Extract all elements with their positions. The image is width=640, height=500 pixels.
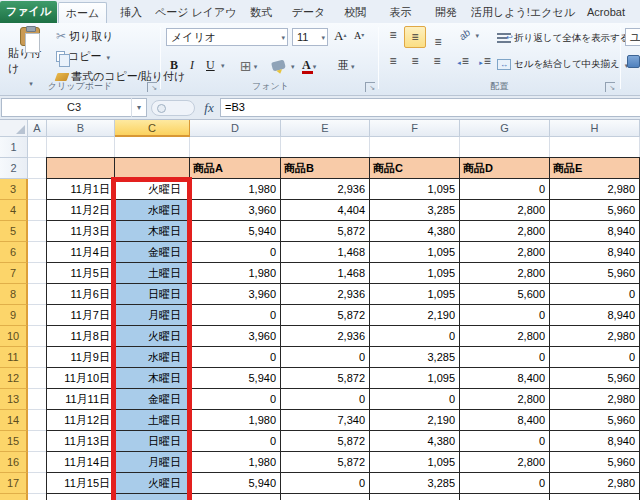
cell-G9[interactable]: 0	[460, 305, 550, 326]
cell-B3[interactable]: 11月1日	[47, 179, 115, 200]
cell-G17[interactable]: 0	[460, 473, 550, 494]
row-header-6[interactable]: 6	[0, 242, 28, 263]
cell-D2[interactable]: 商品A	[190, 158, 281, 179]
name-box-dropdown-arrow[interactable]: ▾	[131, 98, 146, 117]
currency-format-icon[interactable]	[627, 55, 640, 68]
tab-home-active[interactable]: ホーム	[58, 2, 107, 23]
cell-D10[interactable]: 3,960	[190, 326, 281, 347]
cell-H10[interactable]: 2,980	[550, 326, 640, 347]
col-header-B[interactable]: B	[47, 120, 115, 137]
align-left-button[interactable]: ≡	[383, 54, 403, 74]
cell-B11[interactable]: 11月9日	[47, 347, 115, 368]
cell-H1[interactable]	[550, 137, 640, 158]
underline-button[interactable]: U	[206, 56, 215, 75]
cell-B10[interactable]: 11月8日	[47, 326, 115, 347]
col-header-A[interactable]: A	[28, 120, 47, 137]
name-box[interactable]: C3	[1, 98, 147, 117]
fill-color-button[interactable]	[272, 56, 295, 75]
align-middle-button[interactable]: ≡	[404, 26, 426, 48]
clipboard-dialog-launcher[interactable]	[147, 82, 157, 92]
cell-B8[interactable]: 11月6日	[47, 284, 115, 305]
cell-E9[interactable]: 5,872	[281, 305, 370, 326]
cell-E11[interactable]: 0	[281, 347, 370, 368]
underline-dropdown-arrow[interactable]	[219, 56, 225, 75]
cell-G15[interactable]: 0	[460, 431, 550, 452]
cell-A2[interactable]	[28, 158, 47, 179]
cell-H15[interactable]: 8,940	[550, 431, 640, 452]
cell-F1[interactable]	[370, 137, 460, 158]
cell-G11[interactable]: 0	[460, 347, 550, 368]
shrink-font-button[interactable]	[354, 26, 370, 45]
cell-F2[interactable]: 商品C	[370, 158, 460, 179]
cell-E16[interactable]: 5,872	[281, 452, 370, 473]
cell-E1[interactable]	[281, 137, 370, 158]
cell-A8[interactable]	[28, 284, 47, 305]
cell-A12[interactable]	[28, 368, 47, 389]
font-dialog-launcher[interactable]	[365, 82, 375, 92]
grow-font-button[interactable]	[334, 26, 352, 45]
cell-H13[interactable]: 2,980	[550, 389, 640, 410]
tab-2[interactable]: 挿入	[108, 2, 154, 23]
align-bottom-button[interactable]: ≡	[428, 27, 448, 47]
row-header-9[interactable]: 9	[0, 305, 28, 326]
cell-C3[interactable]: 火曜日	[115, 179, 190, 200]
cell-F17[interactable]: 3,285	[370, 473, 460, 494]
align-center-button[interactable]: ≡	[405, 54, 425, 74]
cut-button[interactable]: ✂ 切り取り	[56, 27, 114, 46]
col-header-D[interactable]: D	[190, 120, 281, 137]
font-size-combo[interactable]: 11	[292, 28, 328, 46]
cell-G7[interactable]: 2,800	[460, 263, 550, 284]
cell-E7[interactable]: 1,468	[281, 263, 370, 284]
cell-D18[interactable]	[190, 494, 281, 500]
cell-F5[interactable]: 4,380	[370, 221, 460, 242]
cell-B18[interactable]	[47, 494, 115, 500]
row-header-17[interactable]: 17	[0, 473, 28, 494]
cell-F6[interactable]: 1,095	[370, 242, 460, 263]
cell-C5[interactable]: 木曜日	[115, 221, 190, 242]
row-header-16[interactable]: 16	[0, 452, 28, 473]
cell-H3[interactable]: 2,980	[550, 179, 640, 200]
cell-A13[interactable]	[28, 389, 47, 410]
tab-4[interactable]: 数式	[238, 2, 284, 23]
cell-A18[interactable]	[28, 494, 47, 500]
row-header-18[interactable]	[0, 494, 28, 500]
borders-button[interactable]: ⊞	[240, 56, 257, 75]
cell-H5[interactable]: 8,940	[550, 221, 640, 242]
cell-G13[interactable]: 2,800	[460, 389, 550, 410]
cell-F14[interactable]: 2,190	[370, 410, 460, 431]
cell-H8[interactable]: 0	[550, 284, 640, 305]
row-header-4[interactable]: 4	[0, 200, 28, 221]
cell-C10[interactable]: 火曜日	[115, 326, 190, 347]
borders-dropdown-arrow[interactable]	[252, 56, 258, 76]
cell-D13[interactable]: 0	[190, 389, 281, 410]
cell-E12[interactable]: 5,872	[281, 368, 370, 389]
cell-F13[interactable]: 0	[370, 389, 460, 410]
cell-H7[interactable]: 5,960	[550, 263, 640, 284]
cell-C12[interactable]: 木曜日	[115, 368, 190, 389]
cell-F7[interactable]: 1,095	[370, 263, 460, 284]
row-header-13[interactable]: 13	[0, 389, 28, 410]
align-top-button[interactable]: ≡	[383, 27, 403, 47]
decrease-indent-button[interactable]: ◂≡	[453, 54, 473, 74]
row-header-15[interactable]: 15	[0, 431, 28, 452]
cell-F9[interactable]: 2,190	[370, 305, 460, 326]
cell-H4[interactable]: 5,960	[550, 200, 640, 221]
merge-center-button[interactable]: ↔ セルを結合して中央揃え	[497, 54, 628, 74]
cell-D9[interactable]: 0	[190, 305, 281, 326]
cell-D14[interactable]: 1,980	[190, 410, 281, 431]
cell-F15[interactable]: 4,380	[370, 431, 460, 452]
cell-H2[interactable]: 商品E	[550, 158, 640, 179]
cell-G6[interactable]: 2,800	[460, 242, 550, 263]
cell-A9[interactable]	[28, 305, 47, 326]
cell-C9[interactable]: 月曜日	[115, 305, 190, 326]
cell-G5[interactable]: 2,800	[460, 221, 550, 242]
cell-A4[interactable]	[28, 200, 47, 221]
cell-G8[interactable]: 5,600	[460, 284, 550, 305]
orientation-dropdown-arrow[interactable]	[473, 27, 479, 41]
cell-B14[interactable]: 11月12日	[47, 410, 115, 431]
tab-7[interactable]: 表示	[379, 2, 422, 23]
tab-10[interactable]: Acrobat	[577, 2, 635, 23]
tab-3[interactable]: ページ レイアウト	[155, 2, 237, 23]
cell-C11[interactable]: 水曜日	[115, 347, 190, 368]
cell-A11[interactable]	[28, 347, 47, 368]
